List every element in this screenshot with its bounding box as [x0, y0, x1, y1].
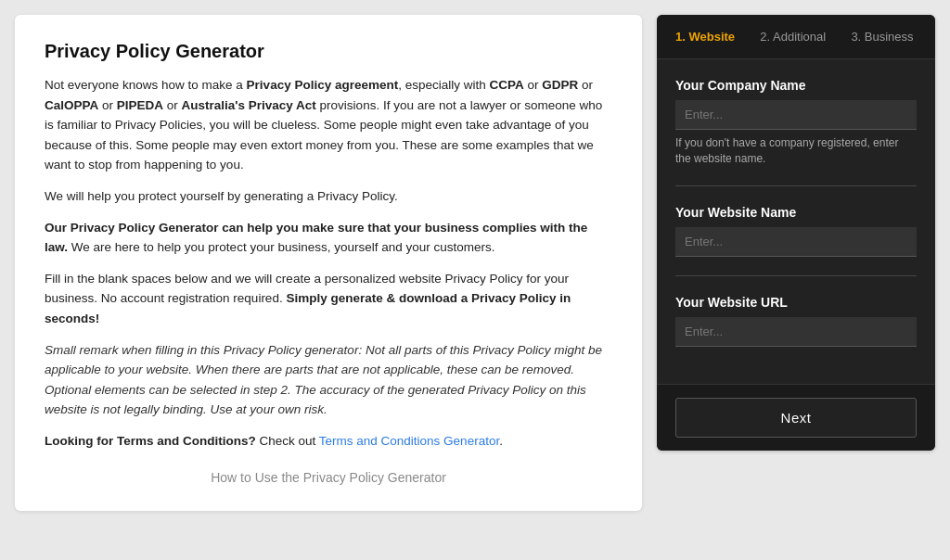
company-name-input[interactable] [675, 100, 917, 130]
next-button-area: Next [657, 384, 935, 451]
bottom-label: How to Use the Privacy Policy Generator [45, 470, 612, 485]
right-panel: 1. Website 2. Additional 3. Business You… [657, 15, 935, 451]
terms-conditions-link[interactable]: Terms and Conditions Generator [319, 434, 499, 448]
company-name-hint: If you don't have a company registered, … [675, 135, 917, 167]
website-url-group: Your Website URL [675, 295, 917, 347]
bold-paragraph-rest: We are here to help you protect your bus… [68, 240, 494, 254]
next-button[interactable]: Next [675, 398, 917, 438]
tabs-bar: 1. Website 2. Additional 3. Business [657, 15, 935, 59]
company-name-group: Your Company Name If you don't have a co… [675, 78, 917, 167]
looking-for-start: Looking for Terms and Conditions? [45, 434, 256, 448]
looking-for-paragraph: Looking for Terms and Conditions? Check … [45, 431, 612, 452]
tab-additional[interactable]: 2. Additional [756, 28, 829, 45]
website-url-input[interactable] [675, 317, 917, 347]
website-name-group: Your Website Name [675, 205, 917, 257]
tab-website[interactable]: 1. Website [672, 28, 738, 45]
looking-for-end: . [499, 434, 503, 448]
website-url-label: Your Website URL [675, 295, 917, 310]
divider-2 [675, 275, 917, 276]
fill-paragraph: Fill in the blank spaces below and we wi… [45, 269, 612, 329]
divider-1 [675, 185, 917, 186]
intro-paragraph: Not everyone knows how to make a Privacy… [45, 75, 612, 175]
company-name-label: Your Company Name [675, 78, 917, 93]
page-wrapper: Privacy Policy Generator Not everyone kn… [15, 15, 935, 511]
page-title: Privacy Policy Generator [45, 41, 612, 62]
bold-paragraph: Our Privacy Policy Generator can help yo… [45, 218, 612, 258]
left-panel: Privacy Policy Generator Not everyone kn… [15, 15, 642, 511]
form-area: Your Company Name If you don't have a co… [657, 59, 935, 384]
website-name-label: Your Website Name [675, 205, 917, 220]
help-text: We will help you protect yourself by gen… [45, 186, 612, 207]
italic-note: Small remark when filling in this Privac… [45, 340, 612, 420]
website-name-input[interactable] [675, 227, 917, 257]
looking-for-middle: Check out [256, 434, 319, 448]
tab-business[interactable]: 3. Business [847, 28, 917, 45]
